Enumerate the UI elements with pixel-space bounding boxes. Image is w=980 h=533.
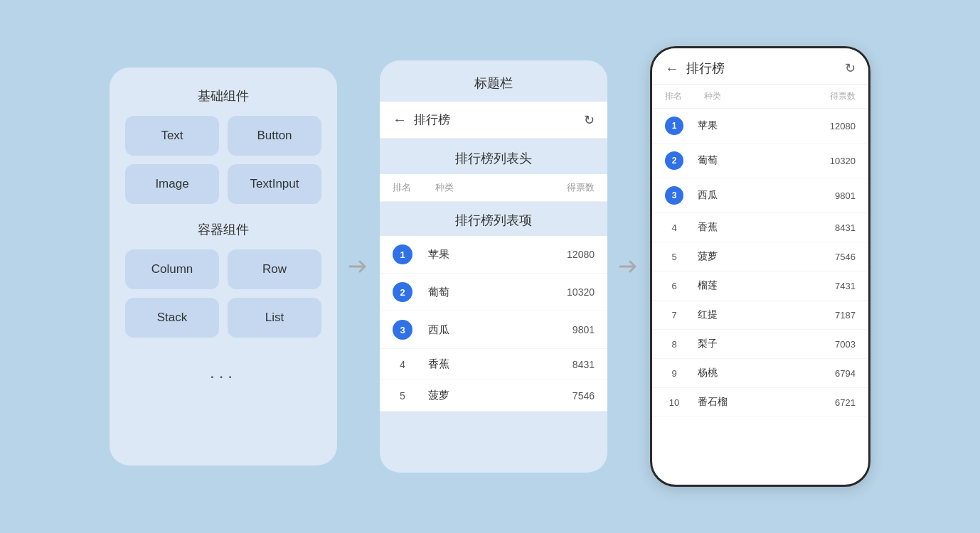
panel-basic-components: 基础组件 Text Button Image TextInput 容器组件 Co… xyxy=(110,68,337,465)
device-item-name: 苹果 xyxy=(683,119,809,132)
container-grid: Column Row Stack List xyxy=(125,249,321,338)
device-list-item: 8梨子7003 xyxy=(652,330,868,359)
device-list-item: 10番石榴6721 xyxy=(652,388,868,417)
list-items-area: 1苹果120802葡萄103203西瓜98014香蕉84315菠萝7546 xyxy=(380,236,607,411)
device-item-name: 菠萝 xyxy=(683,250,809,263)
rank-number: 4 xyxy=(393,359,412,370)
item-name: 西瓜 xyxy=(412,323,545,337)
col-rank: 排名 xyxy=(393,181,435,194)
device-title: 排行榜 xyxy=(686,60,845,77)
arrow-1 xyxy=(337,252,380,281)
list-item: 5菠萝7546 xyxy=(380,380,607,411)
device-rank-badge: 3 xyxy=(665,186,683,205)
col-type: 种类 xyxy=(435,181,545,194)
titlebar-label: 标题栏 xyxy=(380,60,607,102)
phone-device: ← 排行榜 ↻ 排名 种类 得票数 1苹果120802葡萄103203西瓜980… xyxy=(650,46,870,487)
device-list-item: 6榴莲7431 xyxy=(652,271,868,301)
item-votes: 8431 xyxy=(545,359,595,370)
rank-badge: 1 xyxy=(393,244,412,264)
list-item: 1苹果12080 xyxy=(380,236,607,274)
device-back-icon[interactable]: ← xyxy=(665,60,679,77)
header-title: 排行榜 xyxy=(414,112,584,128)
device-list-item: 4香蕉8431 xyxy=(652,213,868,242)
rank-number: 5 xyxy=(393,390,412,402)
device-item-votes: 7431 xyxy=(809,281,856,291)
listheader-label: 排行榜列表头 xyxy=(380,139,607,174)
item-name: 葡萄 xyxy=(412,286,545,299)
phone-header: ← 排行榜 ↻ xyxy=(380,102,607,139)
device-rank-number: 10 xyxy=(665,397,683,408)
device-col-rank: 排名 xyxy=(665,90,704,102)
item-name: 菠萝 xyxy=(412,389,545,402)
device-col-type: 种类 xyxy=(704,90,809,102)
device-list-item: 2葡萄10320 xyxy=(652,144,868,178)
device-item-name: 红提 xyxy=(683,308,809,321)
list-header: 排名 种类 得票数 xyxy=(380,174,607,202)
item-votes: 7546 xyxy=(545,390,595,402)
listitem-label: 排行榜列表项 xyxy=(380,202,607,236)
arrow-2 xyxy=(607,252,650,281)
item-votes: 9801 xyxy=(545,324,595,335)
device-rank-number: 6 xyxy=(665,281,683,291)
device-item-votes: 12080 xyxy=(809,121,856,131)
device-item-name: 番石榴 xyxy=(683,396,809,409)
panel-diagram: 标题栏 ← 排行榜 ↻ 排行榜列表头 排名 种类 得票数 排行榜列表项 1苹果1… xyxy=(380,60,607,473)
device-item-votes: 7003 xyxy=(809,339,856,350)
list-item: 3西瓜9801 xyxy=(380,311,607,349)
device-col-votes: 得票数 xyxy=(809,90,856,102)
button-button[interactable]: Button xyxy=(228,116,321,156)
device-item-name: 榴莲 xyxy=(683,279,809,292)
device-list-header: 排名 种类 得票数 xyxy=(652,85,868,109)
device-item-name: 杨桃 xyxy=(683,367,809,379)
device-list: 1苹果120802葡萄103203西瓜98014香蕉84315菠萝75466榴莲… xyxy=(652,109,868,417)
text-button[interactable]: Text xyxy=(125,116,219,156)
device-list-item: 7红提7187 xyxy=(652,301,868,330)
item-name: 苹果 xyxy=(412,248,545,262)
image-button[interactable]: Image xyxy=(125,164,219,204)
item-votes: 10320 xyxy=(545,286,595,298)
device-item-name: 葡萄 xyxy=(683,154,809,167)
back-icon[interactable]: ← xyxy=(393,112,407,128)
device-rank-number: 4 xyxy=(665,222,683,233)
device-rank-number: 5 xyxy=(665,252,683,262)
column-button[interactable]: Column xyxy=(125,249,219,289)
device-item-name: 梨子 xyxy=(683,338,809,350)
device-item-votes: 6721 xyxy=(809,397,856,408)
item-name: 香蕉 xyxy=(412,357,545,371)
device-rank-badge: 2 xyxy=(665,151,683,170)
refresh-icon[interactable]: ↻ xyxy=(584,112,595,128)
row-button[interactable]: Row xyxy=(228,249,321,289)
device-rank-number: 9 xyxy=(665,368,683,379)
list-item: 2葡萄10320 xyxy=(380,274,607,311)
list-button[interactable]: List xyxy=(228,298,321,338)
rank-badge: 2 xyxy=(393,282,412,302)
textinput-button[interactable]: TextInput xyxy=(228,164,321,204)
rank-badge: 3 xyxy=(393,320,412,340)
col-votes: 得票数 xyxy=(545,181,595,194)
device-rank-number: 8 xyxy=(665,339,683,350)
device-refresh-icon[interactable]: ↻ xyxy=(845,60,856,76)
basic-grid: Text Button Image TextInput xyxy=(125,116,321,204)
device-item-votes: 7187 xyxy=(809,310,856,321)
device-item-votes: 10320 xyxy=(809,156,856,166)
container-title: 容器组件 xyxy=(198,221,249,238)
device-item-name: 西瓜 xyxy=(683,189,809,202)
device-list-item: 3西瓜9801 xyxy=(652,178,868,213)
device-item-votes: 8431 xyxy=(809,222,856,233)
device-list-item: 9杨桃6794 xyxy=(652,359,868,388)
stack-button[interactable]: Stack xyxy=(125,298,219,338)
more-dots: ··· xyxy=(210,366,237,386)
device-item-votes: 7546 xyxy=(809,252,856,262)
device-item-name: 香蕉 xyxy=(683,221,809,234)
main-container: 基础组件 Text Button Image TextInput 容器组件 Co… xyxy=(0,0,980,533)
list-item: 4香蕉8431 xyxy=(380,349,607,380)
device-item-votes: 9801 xyxy=(809,190,856,201)
device-item-votes: 6794 xyxy=(809,368,856,379)
device-list-item: 5菠萝7546 xyxy=(652,242,868,271)
basic-title: 基础组件 xyxy=(198,87,249,104)
device-rank-number: 7 xyxy=(665,310,683,321)
device-rank-badge: 1 xyxy=(665,117,683,135)
device-header: ← 排行榜 ↻ xyxy=(652,48,868,85)
device-list-item: 1苹果12080 xyxy=(652,109,868,144)
item-votes: 12080 xyxy=(545,249,595,260)
